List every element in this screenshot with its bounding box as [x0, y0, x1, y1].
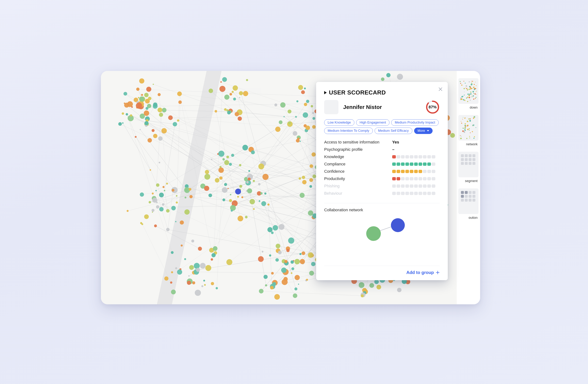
app-window: down network segment oution USER SCORECA…: [101, 71, 480, 304]
chevron-down-icon: [427, 130, 429, 131]
svg-point-484: [261, 201, 266, 206]
thumb-2-caption: network: [457, 142, 478, 146]
svg-point-788: [469, 94, 470, 95]
svg-point-840: [471, 83, 472, 83]
svg-point-858: [461, 123, 462, 123]
svg-point-502: [258, 183, 261, 185]
tag-0[interactable]: Low Knowledge: [324, 119, 354, 126]
svg-point-507: [229, 163, 232, 166]
svg-point-272: [124, 92, 127, 96]
svg-point-838: [464, 100, 465, 101]
svg-point-553: [312, 152, 316, 157]
svg-point-515: [211, 159, 212, 160]
svg-point-796: [474, 93, 476, 95]
tag-more-label: More: [418, 129, 425, 133]
bar-segment: [423, 170, 427, 173]
svg-point-875: [468, 119, 469, 120]
svg-point-283: [178, 101, 182, 104]
svg-point-292: [136, 102, 142, 109]
svg-point-684: [274, 294, 280, 300]
bar-segment: [414, 162, 418, 166]
svg-point-475: [218, 151, 224, 157]
bar-segment: [414, 184, 418, 188]
svg-point-800: [463, 81, 464, 81]
bar-segment: [432, 162, 435, 166]
tag-more-button[interactable]: More: [414, 128, 433, 134]
svg-point-488: [264, 192, 266, 195]
svg-point-670: [211, 253, 216, 257]
svg-point-481: [245, 216, 248, 218]
svg-point-427: [164, 190, 165, 191]
svg-point-245: [162, 108, 167, 112]
svg-point-813: [470, 100, 471, 101]
svg-point-405: [450, 133, 455, 138]
bar-segment: [397, 170, 400, 173]
thumb-4[interactable]: [458, 188, 479, 214]
tag-2[interactable]: Medium Productivity Impact: [391, 119, 439, 126]
svg-point-263: [177, 119, 179, 122]
svg-point-871: [463, 117, 463, 118]
user-left: Jennifer Nistor: [324, 100, 382, 114]
svg-point-285: [124, 103, 129, 108]
svg-point-667: [200, 263, 206, 268]
avatar: [324, 100, 338, 114]
svg-point-872: [464, 125, 466, 126]
svg-line-29: [259, 193, 317, 220]
svg-point-293: [144, 93, 149, 97]
collab-node-blue[interactable]: [391, 218, 405, 232]
svg-point-551: [308, 210, 313, 216]
svg-point-440: [159, 162, 160, 163]
bar-segment: [405, 184, 409, 188]
bar-segment: [392, 184, 396, 188]
svg-point-288: [145, 121, 148, 125]
svg-point-834: [472, 95, 472, 95]
bar-segment: [392, 162, 396, 166]
svg-point-495: [204, 186, 209, 191]
svg-point-780: [463, 99, 464, 100]
svg-point-459: [141, 223, 143, 225]
svg-point-258: [168, 116, 173, 120]
collab-node-green[interactable]: [366, 226, 381, 241]
svg-point-319: [238, 116, 242, 121]
tag-1[interactable]: High Engagement: [356, 119, 389, 126]
thumb-2[interactable]: [458, 115, 479, 141]
svg-point-439: [140, 192, 144, 197]
svg-point-282: [131, 106, 133, 108]
svg-line-205: [142, 224, 171, 283]
add-to-group-label: Add to group: [406, 270, 434, 275]
svg-point-786: [468, 95, 469, 96]
svg-point-472: [224, 160, 229, 165]
svg-point-350: [279, 121, 283, 124]
svg-point-814: [471, 93, 472, 94]
metric-phishing-bar: [392, 184, 440, 188]
svg-point-809: [466, 88, 467, 89]
svg-point-509: [215, 178, 219, 182]
thumb-3[interactable]: [458, 152, 479, 177]
svg-point-817: [469, 97, 470, 98]
bar-segment: [423, 162, 427, 166]
svg-point-432: [156, 205, 159, 208]
tag-3[interactable]: Medium Intention To Comply: [324, 128, 373, 134]
bar-segment: [414, 192, 418, 195]
svg-point-742: [359, 282, 364, 288]
thumb-1[interactable]: [458, 78, 479, 104]
thumb-1-caption: down: [457, 106, 478, 109]
svg-point-246: [122, 112, 124, 115]
close-icon[interactable]: [438, 87, 443, 92]
bar-segment: [405, 192, 409, 195]
svg-point-478: [246, 181, 249, 183]
tag-4[interactable]: Medium Self Efficacy: [375, 128, 412, 134]
svg-point-672: [211, 258, 213, 261]
card-footer: Add to group: [324, 266, 440, 275]
metric-knowledge-bar: [392, 154, 440, 159]
svg-point-770: [235, 189, 241, 194]
svg-point-376: [386, 73, 391, 77]
svg-point-668: [177, 270, 182, 275]
collab-network-canvas[interactable]: [324, 215, 440, 242]
svg-point-528: [299, 177, 301, 180]
svg-point-470: [226, 156, 229, 158]
add-to-group-button[interactable]: Add to group: [406, 270, 440, 275]
svg-point-269: [153, 84, 154, 85]
svg-point-327: [306, 100, 309, 103]
svg-point-457: [156, 183, 159, 187]
